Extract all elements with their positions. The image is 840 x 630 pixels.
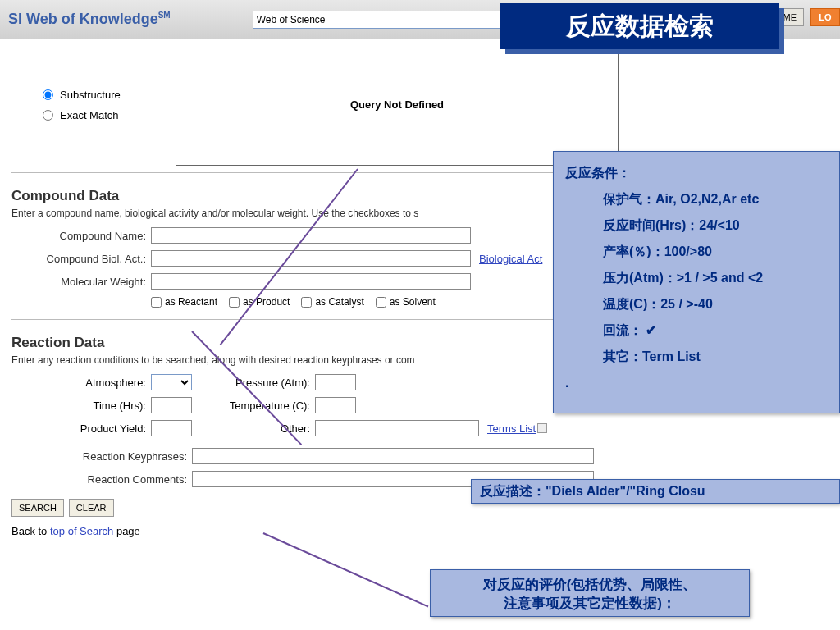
- as-catalyst-checkbox[interactable]: [301, 297, 312, 308]
- as-product-checkbox[interactable]: [229, 297, 240, 308]
- keyphrases-label: Reaction Keyphrases:: [11, 450, 192, 463]
- ov1-l6: 回流： ✔: [565, 317, 828, 344]
- clear-button[interactable]: CLEAR: [69, 499, 114, 517]
- ov1-l2: 反应时间(Hrs)：24/<10: [565, 212, 828, 239]
- molecular-weight-input[interactable]: [151, 273, 471, 290]
- ov1-l3: 产率(％)：100/>80: [565, 239, 828, 265]
- brand-sm: SM: [158, 11, 171, 20]
- ov3-l2: 注意事项及其它定性数据)：: [439, 594, 741, 613]
- ov1-l7: 其它：Term List: [565, 344, 828, 370]
- back-to-top: Back to top of Search page: [11, 525, 829, 537]
- substructure-option[interactable]: Substructure: [43, 89, 176, 101]
- time-label: Time (Hrs):: [11, 399, 151, 412]
- db-select-wrap: Web of Science: [253, 11, 540, 29]
- ov1-l8: .: [565, 370, 828, 396]
- ov1-l5: 温度(C)：25 / >-40: [565, 291, 828, 317]
- other-input[interactable]: [315, 420, 479, 436]
- comments-label: Reaction Comments:: [11, 473, 192, 486]
- ov1-l0: 反应条件：: [565, 160, 828, 186]
- time-input[interactable]: [151, 397, 192, 413]
- as-reactant-label: as Reactant: [165, 296, 217, 308]
- database-select[interactable]: Web of Science: [253, 11, 540, 29]
- other-label: Other:: [192, 422, 315, 435]
- temperature-input[interactable]: [315, 397, 356, 413]
- as-catalyst-option[interactable]: as Catalyst: [301, 296, 363, 308]
- search-mode-group: Substructure Exact Match: [11, 48, 176, 130]
- as-product-option[interactable]: as Product: [229, 296, 290, 308]
- comments-annotation: 对反应的评价(包括优势、局限性、 注意事项及其它定性数据)：: [430, 569, 750, 617]
- terms-doc-icon[interactable]: [537, 423, 547, 433]
- temperature-label: Temperature (C):: [192, 399, 315, 412]
- title-banner: 反应数据检索: [500, 3, 779, 49]
- substructure-radio[interactable]: [43, 89, 53, 100]
- brand-logo: SI Web of KnowledgeSM: [8, 11, 171, 28]
- as-reactant-option[interactable]: as Reactant: [151, 296, 217, 308]
- pressure-input[interactable]: [315, 374, 356, 390]
- ov1-l4: 压力(Atm)：>1 / >5 and <2: [565, 265, 828, 291]
- exact-match-option[interactable]: Exact Match: [43, 109, 176, 121]
- as-reactant-checkbox[interactable]: [151, 297, 162, 308]
- biological-activity-link[interactable]: Biological Act: [479, 253, 542, 265]
- description-annotation: 反应描述："Diels Alder"/"Ring Closu: [471, 479, 840, 504]
- terms-list-link[interactable]: Terms List: [487, 422, 536, 435]
- exact-radio[interactable]: [43, 110, 53, 121]
- search-button[interactable]: SEARCH: [11, 499, 64, 517]
- as-catalyst-label: as Catalyst: [315, 296, 363, 308]
- yield-label: Product Yield:: [11, 422, 151, 435]
- back-suffix: page: [113, 525, 140, 537]
- pressure-label: Pressure (Atm):: [192, 377, 315, 389]
- yield-input[interactable]: [151, 420, 192, 436]
- compound-biol-label: Compound Biol. Act.:: [11, 253, 151, 265]
- compound-name-label: Compound Name:: [11, 230, 151, 242]
- keyphrases-input[interactable]: [192, 448, 594, 464]
- logout-button[interactable]: LO: [810, 8, 840, 26]
- top-of-search-link[interactable]: top of Search: [50, 525, 113, 537]
- brand-text: SI Web of Knowledge: [8, 11, 158, 27]
- back-prefix: Back to: [11, 525, 50, 537]
- as-solvent-checkbox[interactable]: [376, 297, 386, 308]
- query-status-text: Query Not Defined: [350, 98, 444, 111]
- atmosphere-label: Atmosphere:: [11, 377, 151, 389]
- as-solvent-option[interactable]: as Solvent: [376, 296, 436, 308]
- exact-label: Exact Match: [60, 109, 119, 121]
- compound-biol-input[interactable]: [151, 250, 471, 267]
- conditions-annotation: 反应条件： 保护气：Air, O2,N2,Ar etc 反应时间(Hrs)：24…: [553, 151, 840, 413]
- query-area: Substructure Exact Match Query Not Defin…: [11, 48, 829, 166]
- molecular-weight-label: Molecular Weight:: [11, 276, 151, 288]
- as-solvent-label: as Solvent: [390, 296, 436, 308]
- atmosphere-select[interactable]: [151, 374, 192, 390]
- ov1-l1: 保护气：Air, O2,N2,Ar etc: [565, 186, 828, 212]
- ov3-l1: 对反应的评价(包括优势、局限性、: [439, 575, 741, 594]
- substructure-label: Substructure: [60, 89, 121, 101]
- structure-query-box[interactable]: Query Not Defined: [176, 43, 619, 166]
